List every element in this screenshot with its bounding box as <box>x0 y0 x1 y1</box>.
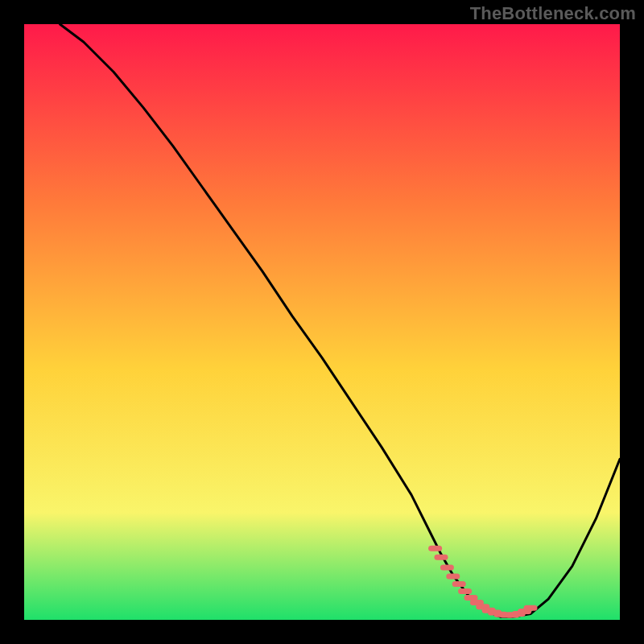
watermark-text: TheBottleneck.com <box>470 3 636 24</box>
plot-gradient-bg <box>24 24 620 620</box>
bottleneck-chart <box>0 0 644 644</box>
